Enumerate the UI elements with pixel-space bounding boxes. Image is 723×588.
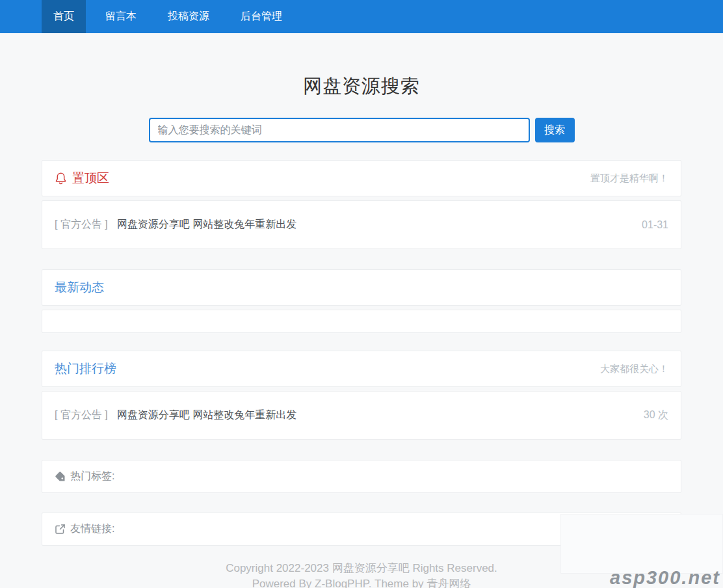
- pinned-row-title-link[interactable]: 网盘资源分享吧 网站整改兔年重新出发: [117, 218, 296, 232]
- section-latest: 最新动态: [42, 269, 681, 333]
- hot-row-views: 30 次: [644, 408, 668, 422]
- pinned-row: [ 官方公告 ] 网盘资源分享吧 网站整改兔年重新出发 01-31: [42, 200, 681, 249]
- top-navbar: 首页 留言本 投稿资源 后台管理: [0, 0, 723, 33]
- nav-item-guestbook[interactable]: 留言本: [94, 0, 148, 33]
- search-button[interactable]: 搜索: [535, 118, 575, 142]
- bell-icon: [55, 172, 67, 185]
- pinned-row-category: [ 官方公告 ]: [55, 218, 108, 232]
- pinned-title: 置顶区: [72, 170, 109, 187]
- page-title: 网盘资源搜索: [0, 74, 723, 100]
- nav-item-home[interactable]: 首页: [42, 0, 86, 33]
- pinned-header: 置顶区 置顶才是精华啊！: [42, 160, 681, 196]
- hot-row: [ 官方公告 ] 网盘资源分享吧 网站整改兔年重新出发 30 次: [42, 391, 681, 440]
- search-bar: 搜索: [0, 118, 723, 142]
- watermark-text: asp300.net: [610, 567, 720, 588]
- corner-overlay-box: [560, 514, 723, 574]
- hot-title: 热门排行榜: [55, 360, 116, 377]
- pinned-note: 置顶才是精华啊！: [590, 172, 668, 185]
- pinned-row-date: 01-31: [642, 219, 668, 231]
- friend-links-label: 友情链接:: [70, 522, 114, 536]
- section-hot: 热门排行榜 大家都很关心！ [ 官方公告 ] 网盘资源分享吧 网站整改兔年重新出…: [42, 351, 681, 440]
- hot-tags-label: 热门标签:: [70, 470, 114, 483]
- latest-empty-row: [42, 310, 681, 333]
- hot-header: 热门排行榜 大家都很关心！: [42, 351, 681, 387]
- latest-header: 最新动态: [42, 269, 681, 306]
- search-input[interactable]: [149, 118, 530, 142]
- section-hot-tags: 热门标签:: [42, 460, 681, 493]
- section-pinned: 置顶区 置顶才是精华啊！ [ 官方公告 ] 网盘资源分享吧 网站整改兔年重新出发…: [42, 160, 681, 249]
- hot-row-title-link[interactable]: 网盘资源分享吧 网站整改兔年重新出发: [117, 408, 296, 422]
- hot-row-category: [ 官方公告 ]: [55, 408, 108, 422]
- latest-title: 最新动态: [55, 279, 104, 296]
- external-link-icon: [55, 524, 66, 535]
- nav-item-submit-resource[interactable]: 投稿资源: [156, 0, 221, 33]
- hot-note: 大家都很关心！: [600, 363, 668, 375]
- pinned-title-wrap: 置顶区: [55, 170, 109, 187]
- tag-icon: [55, 471, 66, 482]
- nav-item-admin[interactable]: 后台管理: [229, 0, 294, 33]
